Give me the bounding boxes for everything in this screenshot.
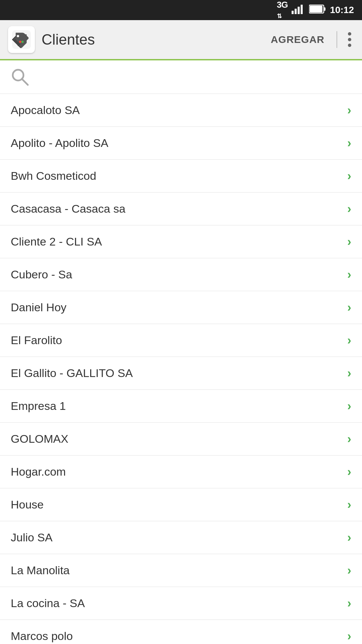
more-dot-1 — [348, 32, 351, 36]
client-name: Empresa 1 — [11, 399, 66, 413]
chevron-right-icon: › — [347, 301, 351, 315]
client-name: Hogar.com — [11, 465, 66, 478]
chevron-right-icon: › — [347, 202, 351, 216]
chevron-right-icon: › — [347, 629, 351, 643]
list-item[interactable]: El Farolito› — [0, 324, 362, 357]
svg-rect-5 — [324, 7, 325, 11]
list-item[interactable]: La Manolita› — [0, 554, 362, 587]
client-name: Apolito - Apolito SA — [11, 137, 108, 150]
chevron-right-icon: › — [347, 531, 351, 545]
chevron-right-icon: › — [347, 564, 351, 578]
chevron-right-icon: › — [347, 268, 351, 282]
status-icons: 3G⇅ 10:12 — [277, 0, 354, 20]
status-bar: 3G⇅ 10:12 — [0, 0, 362, 20]
client-name: Cubero - Sa — [11, 268, 72, 281]
client-name: El Farolito — [11, 334, 62, 347]
client-list: Apocaloto SA›Apolito - Apolito SA›Bwh Co… — [0, 94, 362, 644]
client-name: La cocina - SA — [11, 597, 85, 610]
svg-rect-1 — [295, 9, 297, 14]
chevron-right-icon: › — [347, 169, 351, 183]
app-bar: Clientes AGREGAR — [0, 20, 362, 60]
list-item[interactable]: Bwh Cosmeticod› — [0, 160, 362, 193]
more-options-button[interactable] — [345, 30, 354, 50]
chevron-right-icon: › — [347, 498, 351, 512]
list-item[interactable]: Marcos polo› — [0, 620, 362, 644]
chevron-right-icon: › — [347, 432, 351, 446]
more-dot-3 — [348, 44, 351, 47]
svg-rect-3 — [301, 5, 303, 14]
chevron-right-icon: › — [347, 103, 351, 117]
chevron-right-icon: › — [347, 136, 351, 150]
signal-icon — [292, 4, 305, 16]
chevron-right-icon: › — [347, 465, 351, 479]
svg-line-13 — [22, 79, 28, 85]
list-item[interactable]: Julio SA› — [0, 521, 362, 554]
list-item[interactable]: Cubero - Sa› — [0, 258, 362, 291]
svg-point-9 — [17, 35, 19, 37]
client-name: Julio SA — [11, 531, 53, 544]
search-bar — [0, 60, 362, 94]
toolbar-divider — [337, 31, 337, 48]
chevron-right-icon: › — [347, 333, 351, 347]
client-name: Cliente 2 - CLI SA — [11, 235, 102, 248]
list-item[interactable]: GOLOMAX› — [0, 423, 362, 455]
client-name: Marcos polo — [11, 630, 73, 643]
chevron-right-icon: › — [347, 366, 351, 380]
chevron-right-icon: › — [347, 399, 351, 413]
page-title: Clientes — [42, 31, 267, 48]
svg-rect-0 — [292, 11, 294, 14]
client-name: El Gallito - GALLITO SA — [11, 367, 133, 380]
chevron-right-icon: › — [347, 235, 351, 249]
app-bar-actions: AGREGAR — [267, 30, 354, 50]
list-item[interactable]: Apolito - Apolito SA› — [0, 127, 362, 160]
list-item[interactable]: Casacasa - Casaca sa› — [0, 193, 362, 225]
app-logo — [8, 26, 35, 53]
svg-rect-2 — [298, 7, 300, 14]
client-name: Apocaloto SA — [11, 104, 80, 117]
svg-point-11 — [21, 41, 24, 43]
list-item[interactable]: House› — [0, 488, 362, 521]
list-item[interactable]: Cliente 2 - CLI SA› — [0, 225, 362, 258]
client-name: Bwh Cosmeticod — [11, 169, 96, 182]
client-name: House — [11, 498, 44, 511]
svg-rect-6 — [310, 6, 322, 12]
add-button[interactable]: AGREGAR — [267, 31, 328, 48]
list-item[interactable]: Empresa 1› — [0, 390, 362, 423]
svg-point-10 — [19, 41, 21, 43]
client-name: Daniel Hoy — [11, 301, 66, 314]
client-name: Casacasa - Casaca sa — [11, 202, 125, 215]
time-display: 10:12 — [330, 5, 354, 15]
list-item[interactable]: La cocina - SA› — [0, 587, 362, 620]
network-icon: 3G⇅ — [277, 0, 288, 20]
search-icon — [9, 66, 31, 88]
list-item[interactable]: El Gallito - GALLITO SA› — [0, 357, 362, 390]
list-item[interactable]: Daniel Hoy› — [0, 291, 362, 324]
list-item[interactable]: Apocaloto SA› — [0, 94, 362, 127]
client-name: GOLOMAX — [11, 432, 68, 445]
list-item[interactable]: Hogar.com› — [0, 455, 362, 488]
client-name: La Manolita — [11, 564, 70, 577]
battery-icon — [309, 4, 326, 16]
chevron-right-icon: › — [347, 596, 351, 610]
more-dot-2 — [348, 38, 351, 41]
